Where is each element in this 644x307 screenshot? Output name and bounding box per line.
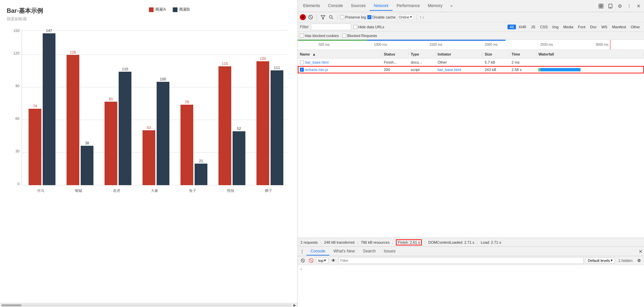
legend-color-b	[173, 7, 177, 12]
filter-media[interactable]: Media	[561, 25, 575, 29]
col-initiator[interactable]: Initiator	[436, 52, 483, 56]
row2-type: script	[409, 68, 436, 72]
download-icon[interactable]: ↓	[422, 15, 424, 20]
tab-more[interactable]: »	[446, 2, 456, 10]
tab-sources[interactable]: Sources	[347, 1, 370, 11]
console-filter-input[interactable]	[338, 257, 583, 264]
row2-initiator: bar_base.html	[436, 68, 483, 72]
default-levels-select[interactable]: Default levels ▾	[586, 258, 615, 263]
blocked-requests-checkbox[interactable]: Blocked Requests	[342, 34, 377, 38]
svg-text:81: 81	[109, 97, 113, 101]
svg-rect-18	[67, 55, 79, 185]
svg-rect-38	[218, 66, 231, 185]
svg-line-60	[302, 260, 304, 262]
tab-memory[interactable]: Memory	[424, 1, 446, 11]
tab-performance[interactable]: Performance	[393, 1, 424, 11]
row2-status: 200	[382, 68, 409, 72]
console-block-icon[interactable]: 🚫	[308, 258, 314, 264]
tab-network[interactable]: Network	[370, 1, 393, 11]
console-eye-icon[interactable]: 👁	[330, 258, 336, 264]
console-tab-console[interactable]: Console	[307, 247, 329, 255]
upload-icon[interactable]: ↑	[419, 15, 421, 20]
filter-css[interactable]: CSS	[538, 25, 550, 29]
filter-img[interactable]: Img	[550, 25, 560, 29]
filter-js[interactable]: JS	[529, 25, 537, 29]
console-dots-icon[interactable]: ⋮	[299, 248, 305, 254]
scroll-right-arrow[interactable]: ▶	[293, 303, 296, 307]
console-prompt[interactable]: ›	[300, 266, 302, 271]
filter-font[interactable]: Font	[576, 25, 588, 29]
console-tab-search[interactable]: Search	[359, 247, 380, 255]
console-context-select[interactable]: top ▾	[316, 258, 328, 263]
console-tab-whats-new[interactable]: What's New	[329, 247, 359, 255]
disable-cache-checkbox[interactable]: ✓ Disable cache	[367, 15, 396, 19]
filter-other[interactable]: Other	[629, 25, 642, 29]
clear-button[interactable]	[307, 14, 314, 21]
network-row-1[interactable]: bar_base.html Finish... docu... Other 5.…	[298, 59, 644, 66]
preserve-log-check-box[interactable]	[340, 15, 344, 19]
has-blocked-cookies-checkbox[interactable]: Has blocked cookies	[300, 34, 339, 38]
hidden-count: 1 hidden	[618, 259, 633, 263]
devtools-tabs: Elements Console Sources Network Perform…	[298, 0, 644, 12]
console-close-btn[interactable]: ✕	[639, 249, 643, 254]
scroll-track[interactable]	[1, 304, 292, 306]
tab-console[interactable]: Console	[324, 1, 347, 11]
col-type[interactable]: Type	[409, 52, 436, 56]
inspect-icon[interactable]	[597, 2, 605, 10]
more-icon[interactable]: ⋮	[625, 2, 633, 10]
chart-scrollbar[interactable]: ▶	[0, 303, 297, 307]
filter-input[interactable]	[311, 24, 351, 30]
hide-data-urls-check[interactable]	[353, 25, 357, 29]
filter-ws[interactable]: WS	[599, 25, 609, 29]
svg-text:狮子: 狮子	[265, 189, 272, 193]
levels-chevron-icon: ▾	[611, 258, 613, 263]
svg-line-58	[332, 18, 333, 19]
network-row-2[interactable]: ✓ echarts.min.js 200 script bar_base.htm…	[298, 66, 644, 73]
row1-checkbox[interactable]	[300, 60, 304, 64]
col-size[interactable]: Size	[483, 52, 510, 56]
svg-rect-30	[157, 82, 169, 185]
record-button[interactable]: ●	[300, 14, 306, 20]
upload-download-icons: ↑ ↓	[419, 15, 424, 20]
network-table-header: Name ▲ Status Type Initiator Size Time W…	[298, 50, 644, 59]
has-blocked-cookies-check[interactable]	[300, 34, 304, 38]
svg-text:126: 126	[70, 50, 76, 54]
svg-text:78: 78	[185, 100, 189, 104]
online-select[interactable]: Online ▾	[397, 14, 414, 20]
online-chevron-icon: ▾	[410, 15, 412, 19]
filter-doc[interactable]: Doc	[588, 25, 599, 29]
col-time[interactable]: Time	[510, 52, 536, 56]
search-icon[interactable]	[328, 14, 334, 21]
console-clear-icon[interactable]	[300, 258, 306, 264]
filter-icon[interactable]	[320, 14, 326, 21]
svg-text:蜥蜴: 蜥蜴	[75, 189, 82, 193]
disable-cache-check-box[interactable]: ✓	[367, 15, 371, 19]
console-area: ⋮ Console What's New Search Issues ✕ 🚫	[298, 246, 644, 307]
col-status[interactable]: Status	[382, 52, 409, 56]
console-settings-icon[interactable]: ⚙	[636, 258, 642, 264]
transferred-size: 248 kB transferred	[324, 240, 355, 244]
svg-rect-15	[43, 33, 55, 185]
preserve-log-checkbox[interactable]: Preserve log	[340, 15, 366, 19]
svg-rect-23	[105, 102, 117, 185]
settings-icon[interactable]: ⚙	[616, 2, 624, 10]
filter-xhr[interactable]: XHR	[517, 25, 528, 29]
row2-checkbox[interactable]: ✓	[300, 68, 304, 72]
svg-text:120: 120	[260, 57, 266, 61]
filter-bar: Filter Hide data URLs All XHR JS CSS Img…	[298, 22, 644, 32]
close-icon[interactable]: ✕	[635, 2, 643, 10]
legend-item-a: 商家A	[149, 7, 166, 12]
col-name[interactable]: Name ▲	[298, 52, 382, 56]
filter-all[interactable]: All	[508, 25, 516, 29]
tab-elements[interactable]: Elements	[299, 1, 324, 11]
svg-text:115: 115	[222, 62, 228, 66]
filter-manifest[interactable]: Manifest	[610, 25, 628, 29]
hide-data-urls-checkbox[interactable]: Hide data URLs	[353, 25, 385, 29]
tick-2000: 2000 ms	[485, 43, 497, 46]
scroll-thumb[interactable]	[1, 304, 22, 306]
blocked-requests-check[interactable]	[342, 34, 346, 38]
console-toolbar: 🚫 top ▾ 👁 Default levels ▾ 1 hidden ⚙	[298, 256, 644, 265]
console-tab-issues[interactable]: Issues	[380, 247, 400, 255]
device-icon[interactable]	[606, 2, 614, 10]
col-waterfall[interactable]: Waterfall	[536, 52, 644, 56]
